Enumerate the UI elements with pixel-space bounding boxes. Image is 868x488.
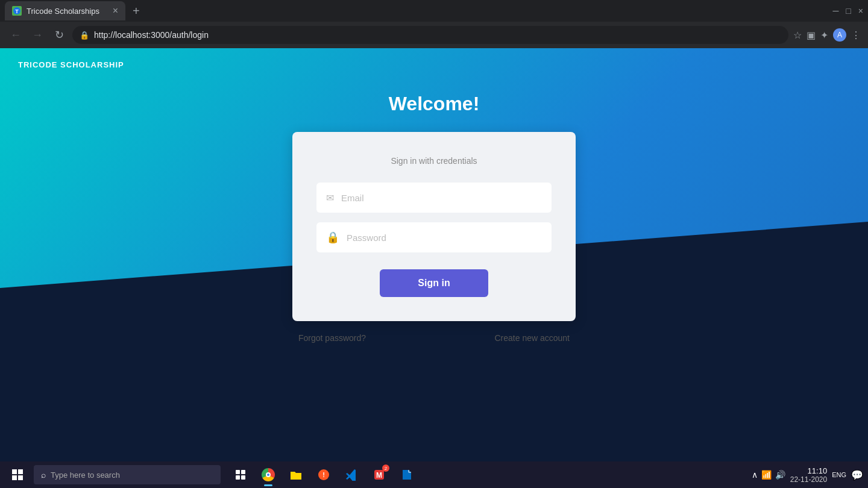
password-icon: 🔒 — [326, 231, 339, 244]
extension1-icon[interactable]: ▣ — [807, 30, 816, 41]
sys-icons: ∧ 📶 🔊 — [752, 470, 785, 480]
main-content: Welcome! Sign in with credentials ✉ 🔒 Si… — [0, 81, 868, 343]
browser-titlebar: T Tricode Scholarships × + ─ □ × — [0, 0, 868, 22]
sign-in-subtitle: Sign in with credentials — [316, 156, 552, 166]
search-icon: ⌕ — [41, 470, 46, 480]
email-input[interactable] — [341, 193, 542, 203]
toolbar-actions: ☆ ▣ ✦ A ⋮ — [793, 28, 861, 42]
password-input[interactable] — [347, 233, 542, 243]
lock-icon: 🔒 — [80, 31, 89, 40]
svg-rect-2 — [12, 469, 17, 474]
language-display: ENG — [832, 471, 846, 478]
avatar-icon[interactable]: A — [833, 28, 846, 42]
sign-in-button[interactable]: Sign in — [380, 269, 488, 297]
svg-rect-4 — [12, 475, 17, 480]
svg-rect-3 — [18, 469, 23, 474]
address-bar[interactable]: 🔒 http://localhost:3000/auth/login — [72, 26, 788, 44]
bookmark-icon[interactable]: ☆ — [793, 30, 802, 41]
login-card: Sign in with credentials ✉ 🔒 Sign in — [292, 132, 576, 321]
app4-taskbar-button[interactable]: M 2 — [366, 462, 392, 487]
svg-text:!: ! — [322, 471, 325, 478]
refresh-button[interactable]: ↻ — [51, 28, 68, 42]
time-date[interactable]: 11:10 22-11-2020 — [790, 466, 827, 484]
tab-favicon: T — [12, 6, 22, 16]
browser-frame: T Tricode Scholarships × + ─ □ × ← → ↻ 🔒… — [0, 0, 868, 488]
new-tab-button[interactable]: + — [133, 4, 140, 18]
speaker-icon[interactable]: 🔊 — [775, 470, 785, 480]
taskbar-center: ! M 2 — [228, 462, 420, 487]
welcome-title: Welcome! — [389, 93, 480, 115]
start-button[interactable] — [5, 462, 30, 487]
card-links: Forgot password? Create new account — [292, 333, 576, 343]
window-close-button[interactable]: × — [858, 6, 863, 16]
navbar: TRICODE SCHOLARSHIP — [0, 48, 868, 81]
svg-rect-8 — [236, 475, 240, 480]
task-view-button[interactable] — [228, 462, 253, 487]
chrome-taskbar-button[interactable] — [256, 462, 281, 487]
chrome-icon — [262, 468, 275, 481]
app-content: TRICODE SCHOLARSHIP Welcome! Sign in wit… — [0, 48, 868, 461]
email-input-group: ✉ — [316, 183, 552, 213]
notification-button[interactable]: 💬 — [851, 469, 863, 481]
svg-text:T: T — [15, 8, 19, 14]
minimize-button[interactable]: ─ — [832, 6, 838, 16]
browser-tab[interactable]: T Tricode Scholarships × — [5, 1, 125, 20]
taskbar-right: ∧ 📶 🔊 11:10 22-11-2020 ENG 💬 — [752, 466, 863, 484]
app5-taskbar-button[interactable] — [394, 462, 420, 487]
svg-rect-6 — [236, 470, 240, 474]
tab-close-button[interactable]: × — [113, 6, 118, 16]
wifi-icon[interactable]: 📶 — [761, 470, 772, 480]
create-account-link[interactable]: Create new account — [494, 333, 570, 343]
email-icon: ✉ — [326, 192, 334, 204]
password-input-group: 🔒 — [316, 222, 552, 252]
forward-button[interactable]: → — [29, 29, 46, 42]
browser-toolbar: ← → ↻ 🔒 http://localhost:3000/auth/login… — [0, 22, 868, 48]
svg-text:M: M — [376, 471, 382, 480]
back-button[interactable]: ← — [7, 29, 24, 42]
app3-taskbar-button[interactable]: ! — [311, 462, 336, 487]
taskbar: ⌕ Type here to search ! — [0, 461, 868, 488]
file-explorer-button[interactable] — [283, 462, 309, 487]
time-display: 11:10 — [790, 466, 827, 475]
window-controls: ─ □ × — [832, 6, 863, 16]
chevron-up-icon[interactable]: ∧ — [752, 470, 758, 480]
extension2-icon[interactable]: ✦ — [820, 30, 828, 41]
svg-rect-9 — [241, 475, 245, 480]
badge: 2 — [382, 465, 389, 472]
url-text: http://localhost:3000/auth/login — [94, 30, 209, 40]
svg-rect-5 — [18, 475, 23, 480]
taskbar-start: ⌕ Type here to search — [5, 462, 221, 487]
search-placeholder: Type here to search — [51, 471, 120, 480]
maximize-button[interactable]: □ — [846, 6, 851, 16]
forgot-password-link[interactable]: Forgot password? — [298, 333, 366, 343]
cortana-search[interactable]: ⌕ Type here to search — [34, 465, 221, 484]
tab-title: Tricode Scholarships — [27, 7, 108, 16]
svg-rect-7 — [241, 470, 245, 474]
vscode-taskbar-button[interactable] — [339, 462, 364, 487]
browser-menu-icon[interactable]: ⋮ — [851, 30, 861, 41]
brand-name: TRICODE SCHOLARSHIP — [18, 60, 124, 69]
date-display: 22-11-2020 — [790, 475, 827, 484]
